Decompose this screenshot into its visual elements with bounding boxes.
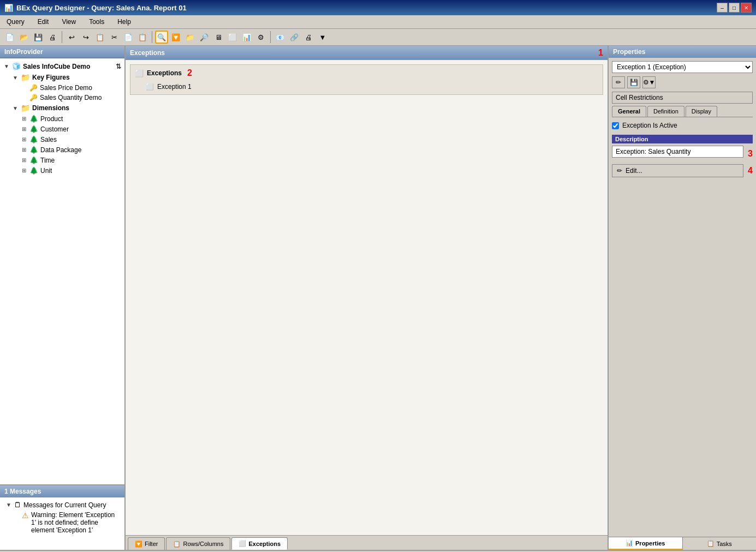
properties-tabs: General Definition Display — [612, 106, 753, 117]
right-tab-tasks[interactable]: 📋 Tasks — [683, 537, 757, 550]
toolbar-search[interactable]: 🔎 — [198, 31, 211, 44]
tree-icon: 🌲 — [29, 115, 38, 123]
msg-expand: ▼ — [5, 502, 12, 508]
close-button[interactable]: ✕ — [741, 3, 752, 13]
tab-exceptions[interactable]: ⬜ Exceptions — [231, 537, 288, 550]
app-icon: 📊 — [4, 4, 13, 12]
minimize-button[interactable]: – — [717, 3, 728, 13]
toolbar-undo[interactable]: ↩ — [65, 31, 78, 44]
toolbar-table[interactable]: ⬜ — [226, 31, 239, 44]
unit-exp: ⊞ — [21, 167, 27, 173]
time-label: Time — [40, 157, 55, 164]
annotation2: 2 — [187, 68, 192, 78]
props-tab-label: Properties — [635, 540, 665, 547]
toolbar-paste[interactable]: 📋 — [136, 31, 149, 44]
messages-root[interactable]: ▼ 🗒 Messages for Current Query — [4, 500, 120, 510]
infoprovider-content: ▼ 🧊 Sales InfoCube Demo ⇅ ▼ 📁 Key Figure… — [0, 58, 124, 484]
cell-restrictions-button[interactable]: Cell Restrictions — [612, 92, 753, 104]
right-tab-properties[interactable]: 📊 Properties — [609, 537, 683, 550]
toolbar-dropdown[interactable]: ▼ — [316, 31, 329, 44]
tab-filter[interactable]: 🔽 Filter — [128, 537, 165, 550]
tree-icon3: 🌲 — [29, 135, 38, 143]
unit-label: Unit — [40, 167, 52, 175]
key-figures-item[interactable]: ▼ 📁 Key Figures — [11, 72, 122, 83]
annotation1: 1 — [598, 48, 603, 58]
infocube-root[interactable]: ▼ 🧊 Sales InfoCube Demo ⇅ — [2, 61, 122, 72]
customer-item[interactable]: ⊞ 🌲 Customer — [20, 124, 122, 134]
toolbar-link[interactable]: 🔗 — [288, 31, 301, 44]
exception-dropdown[interactable]: Exception 1 (Exception) — [612, 61, 753, 73]
menu-tools[interactable]: Tools — [87, 17, 106, 27]
tab-display[interactable]: Display — [686, 106, 717, 117]
toolbar-email[interactable]: 📧 — [273, 31, 287, 44]
exception-active-checkbox[interactable] — [612, 122, 619, 129]
tab-rows-columns[interactable]: 📋 Rows/Columns — [166, 537, 230, 550]
tree-icon2: 🌲 — [29, 125, 38, 133]
status-bar: 🔍 ID7 — [0, 550, 756, 552]
toolbar-folder[interactable]: 📁 — [183, 31, 197, 44]
exceptions-section: ⬜ Exceptions 2 ⬜ Exception 1 — [130, 64, 603, 95]
tasks-tab-label: Tasks — [717, 541, 732, 547]
msg-folder-icon: 🗒 — [14, 501, 21, 509]
props-more-btn[interactable]: ⚙▼ — [642, 76, 656, 88]
time-exp: ⊞ — [21, 157, 27, 163]
exceptions-body: ⬜ Exceptions 2 ⬜ Exception 1 — [126, 60, 608, 535]
exc-section-icon: ⬜ — [135, 69, 144, 77]
menu-query[interactable]: Query — [4, 17, 27, 27]
props-edit-btn[interactable]: ✏ — [612, 76, 625, 88]
messages-header: 1 Messages — [0, 485, 124, 497]
props-toolbar: ✏ 💾 ⚙▼ — [612, 76, 753, 88]
toolbar-print2[interactable]: 🖨 — [302, 31, 315, 44]
sales-item[interactable]: ⊞ 🌲 Sales — [20, 134, 122, 145]
menu-edit[interactable]: Edit — [35, 17, 51, 27]
toolbar-query-view[interactable]: 🔍 — [155, 31, 168, 44]
window-title: BEx Query Designer - Query: Sales Ana. R… — [16, 4, 187, 12]
sales-quantity-item[interactable]: 🔑 Sales Quantity Demo — [20, 93, 122, 103]
datapackage-item[interactable]: ⊞ 🌲 Data Package — [20, 145, 122, 155]
toolbar: 📄 📂 💾 🖨 ↩ ↪ 📋 ✂ 📄 📋 🔍 🔽 📁 🔎 🖥 ⬜ 📊 ⚙ 📧 🔗 … — [0, 29, 756, 46]
unit-item[interactable]: ⊞ 🌲 Unit — [20, 165, 122, 176]
menu-view[interactable]: View — [59, 17, 78, 27]
toolbar-print[interactable]: 🖨 — [46, 31, 59, 44]
toolbar-chart[interactable]: 📊 — [240, 31, 253, 44]
menu-bar: Query Edit View Tools Help — [0, 15, 756, 29]
tree-icon5: 🌲 — [29, 156, 38, 164]
toolbar-display[interactable]: 🖥 — [212, 31, 225, 44]
product-label: Product — [40, 115, 63, 123]
toolbar-filter[interactable]: 🔽 — [169, 31, 182, 44]
props-save-btn[interactable]: 💾 — [627, 76, 640, 88]
sales-quantity-label: Sales Quantity Demo — [40, 94, 102, 101]
toolbar-cut[interactable]: ✂ — [108, 31, 121, 44]
toolbar-settings[interactable]: ⚙ — [254, 31, 267, 44]
toolbar-clipboard[interactable]: 📋 — [93, 31, 106, 44]
properties-header: Properties — [609, 46, 756, 58]
tab-definition[interactable]: Definition — [647, 106, 684, 117]
time-item[interactable]: ⊞ 🌲 Time — [20, 155, 122, 165]
maximize-button[interactable]: □ — [729, 3, 740, 13]
exceptions-header: Exceptions 1 — [126, 46, 608, 60]
dimensions-item[interactable]: ▼ 📁 Dimensions — [11, 103, 122, 113]
description-input[interactable] — [612, 146, 743, 158]
menu-help[interactable]: Help — [115, 17, 133, 27]
cube-icon: 🧊 — [12, 62, 21, 70]
toolbar-redo[interactable]: ↪ — [79, 31, 92, 44]
toolbar-new[interactable]: 📄 — [3, 31, 16, 44]
dim-children: ⊞ 🌲 Product ⊞ 🌲 Customer ⊞ 🌲 Sales — [20, 113, 122, 176]
product-item[interactable]: ⊞ 🌲 Product — [20, 113, 122, 124]
toolbar-save[interactable]: 💾 — [32, 31, 45, 44]
tab-general[interactable]: General — [612, 106, 646, 117]
warning-item: ⚠ Warning: Element 'Exception 1' is not … — [13, 510, 120, 535]
edit-button[interactable]: ✏ Edit... — [612, 164, 743, 177]
center-tabs: 🔽 Filter 📋 Rows/Columns ⬜ Exceptions — [126, 535, 608, 550]
messages-content: ▼ 🗒 Messages for Current Query ⚠ Warning… — [0, 497, 124, 549]
main-layout: InfoProvider ▼ 🧊 Sales InfoCube Demo ⇅ ▼… — [0, 46, 756, 550]
exceptions-section-label: Exceptions — [147, 69, 182, 77]
dimensions-node: ▼ 📁 Dimensions ⊞ 🌲 Product ⊞ 🌲 Customer — [11, 103, 122, 176]
tasks-tab-icon: 📋 — [707, 540, 715, 547]
exception1-item[interactable]: ⬜ Exception 1 — [141, 81, 600, 92]
sales-price-item[interactable]: 🔑 Sales Price Demo — [20, 83, 122, 93]
toolbar-open[interactable]: 📂 — [17, 31, 31, 44]
toolbar-copy[interactable]: 📄 — [122, 31, 135, 44]
infoprovider-header: InfoProvider — [0, 46, 124, 58]
filter-tab-icon: 🔽 — [135, 541, 142, 548]
